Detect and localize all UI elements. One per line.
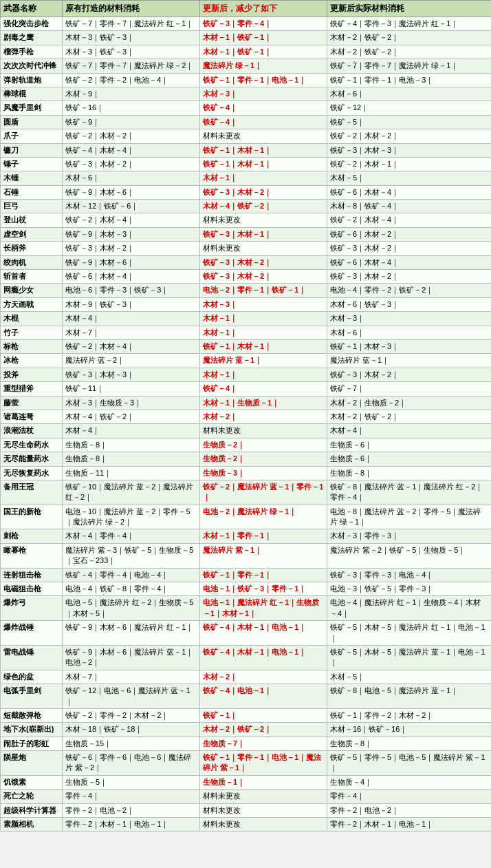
- actual-materials: 铁矿－2｜木材－2｜: [327, 129, 492, 143]
- original-materials: 生物质－11｜: [63, 466, 200, 480]
- table-row: 方天画戟木材－9｜铁矿－3｜木材－3｜木材－6｜铁矿－3｜: [1, 297, 492, 311]
- original-materials: 木材－3｜生物质－3｜: [63, 396, 200, 410]
- reduced-materials: 铁矿－3｜零件－4｜: [200, 17, 327, 31]
- actual-materials: 铁矿－4｜零件－3｜魔法碎片 红－1｜: [327, 17, 492, 31]
- reduced-materials: 电池－1｜铁矿－3｜零件－1｜: [200, 582, 327, 596]
- actual-materials: 木材－3｜零件－3｜: [327, 529, 492, 543]
- actual-materials: 生物质－6｜: [327, 438, 492, 452]
- weapon-name: 次次次时代冲锋: [1, 59, 63, 73]
- actual-materials: 生物质－8｜: [327, 737, 492, 750]
- original-materials: 零件－2｜木材－1｜电池－1｜: [63, 818, 200, 832]
- weapon-name: 饥饿素: [1, 775, 63, 789]
- weapon-name: 绞肉机: [1, 255, 63, 269]
- weapon-name: 无尽能量药水: [1, 452, 63, 466]
- reduced-materials: 铁矿－1｜零件－1｜电池－1｜魔法碎片 紫－1｜: [200, 751, 327, 776]
- weapon-name: 连射狙击枪: [1, 568, 63, 582]
- actual-materials: 木材－5｜: [327, 171, 492, 185]
- actual-materials: 铁矿－8｜电池－5｜魔法碎片 蓝－1｜: [327, 684, 492, 709]
- reduced-materials: 铁矿－4｜: [200, 101, 327, 115]
- weapon-name: 长柄斧: [1, 242, 63, 255]
- original-materials: 魔法碎片 紫－3｜铁矿－5｜生物质－5｜宝石－233｜: [63, 543, 200, 568]
- weapon-name: 弹射轨道炮: [1, 73, 63, 87]
- weapon-name: 国王的新枪: [1, 505, 63, 529]
- reduced-materials: 木材－2｜铁矿－2｜: [200, 723, 327, 737]
- reduced-materials: 魔法碎片 蓝－1｜: [200, 354, 327, 368]
- actual-materials: 木材－6｜: [327, 87, 492, 100]
- actual-materials: 零件－2｜电池－2｜: [327, 803, 492, 817]
- actual-materials: 电池－3｜铁矿－5｜零件－3｜: [327, 582, 492, 596]
- weapon-name: 无尽恢复药水: [1, 466, 63, 480]
- original-materials: 铁矿－9｜: [63, 115, 200, 129]
- original-materials: 魔法碎片 蓝－2｜: [63, 354, 200, 368]
- weapon-name: 浪潮法杖: [1, 424, 63, 438]
- weapon-name: 爆炸战锤: [1, 621, 63, 646]
- original-materials: 生物质－8｜: [63, 452, 200, 466]
- table-row: 无尽能量药水生物质－8｜生物质－2｜生物质－6｜: [1, 452, 492, 466]
- weapon-name: 爪子: [1, 129, 63, 143]
- original-materials: 生物质－8｜: [63, 438, 200, 452]
- table-row: 棒球棍木材－9｜木材－3｜木材－6｜: [1, 87, 492, 100]
- actual-materials: 魔法碎片 紫－2｜铁矿－5｜生物质－5｜: [327, 543, 492, 568]
- table-row: 次次次时代冲锋铁矿－7｜零件－7｜魔法碎片 绿－2｜魔法碎片 绿－1｜铁矿－7｜…: [1, 59, 492, 73]
- table-row: 弹射轨道炮铁矿－2｜零件－2｜电池－4｜铁矿－1｜零件－1｜电池－1｜铁矿－1｜…: [1, 73, 492, 87]
- weapon-name: 虚空剑: [1, 227, 63, 241]
- actual-materials: 铁矿－5｜零件－5｜电池－5｜魔法碎片 紫－1｜: [327, 751, 492, 776]
- weapon-name: 雷电战锤: [1, 645, 63, 670]
- weapon-name: 登山杖: [1, 213, 63, 227]
- table-row: 巨弓木材－12｜铁矿－6｜木材－4｜铁矿－2｜木材－8｜铁矿－4｜: [1, 200, 492, 213]
- weapon-name: 电弧手里剑: [1, 684, 63, 709]
- header-weapon-name: 武器名称: [1, 1, 63, 17]
- weapon-name: 竹子: [1, 326, 63, 339]
- reduced-materials: 铁矿－1｜零件－1｜电池－1｜: [200, 73, 327, 87]
- reduced-materials: 材料未更改: [200, 129, 327, 143]
- reduced-materials: 铁矿－4｜木材－1｜电池－1｜: [200, 645, 327, 670]
- original-materials: 电池－5｜魔法碎片 红－2｜生物质－5｜木材－5｜: [63, 596, 200, 621]
- original-materials: 铁矿－3｜木材－2｜: [63, 157, 200, 171]
- table-row: 爪子铁矿－2｜木材－2｜材料未更改铁矿－2｜木材－2｜: [1, 129, 492, 143]
- table-row: 木棍木材－4｜木材－1｜木材－3｜: [1, 312, 492, 326]
- original-materials: 铁矿－2｜木材－4｜: [63, 213, 200, 227]
- original-materials: 铁矿－11｜: [63, 382, 200, 396]
- weapon-name: 方天画戟: [1, 297, 63, 311]
- actual-materials: 木材－4｜: [327, 424, 492, 438]
- original-materials: 铁矿－4｜木材－4｜: [63, 143, 200, 157]
- original-materials: 电池－6｜零件－3｜铁矿－3｜: [63, 284, 200, 297]
- table-row: 锤子铁矿－3｜木材－2｜铁矿－1｜木材－1｜铁矿－2｜木材－1｜: [1, 157, 492, 171]
- reduced-materials: 铁矿－4｜木材－1｜电池－1｜: [200, 621, 327, 646]
- reduced-materials: 木材－4｜铁矿－2｜: [200, 200, 327, 213]
- weapon-name: 重型猎斧: [1, 382, 63, 396]
- reduced-materials: 木材－1｜铁矿－1｜: [200, 45, 327, 59]
- weapon-name: 备用王冠: [1, 480, 63, 505]
- weapon-name: 闹肚子的彩虹: [1, 737, 63, 750]
- original-materials: 铁矿－9｜木材－6｜: [63, 185, 200, 199]
- header-actual: 更新后实际材料消耗: [327, 1, 492, 17]
- table-row: 藤萤木材－3｜生物质－3｜木材－1｜生物质－1｜木材－2｜生物质－2｜: [1, 396, 492, 410]
- reduced-materials: 木材－1｜: [200, 312, 327, 326]
- original-materials: 木材－4｜铁矿－2｜: [63, 410, 200, 423]
- reduced-materials: 材料未更改: [200, 242, 327, 255]
- original-materials: 木材－4｜: [63, 424, 200, 438]
- table-row: 虚空剑铁矿－9｜木材－3｜铁矿－3｜木材－1｜铁矿－6｜木材－2｜: [1, 227, 492, 241]
- actual-materials: 木材－2｜铁矿－2｜: [327, 31, 492, 45]
- actual-materials: 铁矿－7｜零件－7｜魔法碎片 绿－1｜: [327, 59, 492, 73]
- table-row: 连射狙击枪铁矿－4｜零件－4｜电池－4｜铁矿－1｜零件－1｜铁矿－3｜零件－3｜…: [1, 568, 492, 582]
- header-reduced: 更新后，减少了如下: [200, 1, 327, 17]
- table-row: 竹子木材－7｜木材－1｜木材－6｜: [1, 326, 492, 339]
- reduced-materials: 铁矿－1｜木材－1｜: [200, 143, 327, 157]
- original-materials: 木材－3｜铁矿－3｜: [63, 31, 200, 45]
- original-materials: 铁矿－4｜零件－4｜电池－4｜: [63, 568, 200, 582]
- table-row: 电弧手里剑铁矿－12｜电池－6｜魔法碎片 蓝－1｜铁矿－4｜电池－1｜铁矿－8｜…: [1, 684, 492, 709]
- actual-materials: 电池－8｜魔法碎片 蓝－2｜零件－5｜魔法碎片 绿－1｜: [327, 505, 492, 529]
- original-materials: 铁矿－9｜木材－3｜: [63, 227, 200, 241]
- original-materials: 铁矿－3｜木材－2｜: [63, 242, 200, 255]
- reduced-materials: 生物质－2｜: [200, 438, 327, 452]
- actual-materials: 零件－2｜木材－1｜电池－1｜: [327, 818, 492, 832]
- actual-materials: 铁矿－1｜零件－2｜木材－2｜: [327, 708, 492, 722]
- actual-materials: 魔法碎片 蓝－1｜: [327, 354, 492, 368]
- table-row: 死亡之轮零件－4｜材料未更改零件－4｜: [1, 790, 492, 803]
- table-row: 瞰幂枪魔法碎片 紫－3｜铁矿－5｜生物质－5｜宝石－233｜魔法碎片 紫－1｜魔…: [1, 543, 492, 568]
- reduced-materials: 材料未更改: [200, 803, 327, 817]
- original-materials: 木材－7｜: [63, 326, 200, 339]
- reduced-materials: 木材－1｜零件－1｜: [200, 529, 327, 543]
- original-materials: 木材－9｜: [63, 87, 200, 100]
